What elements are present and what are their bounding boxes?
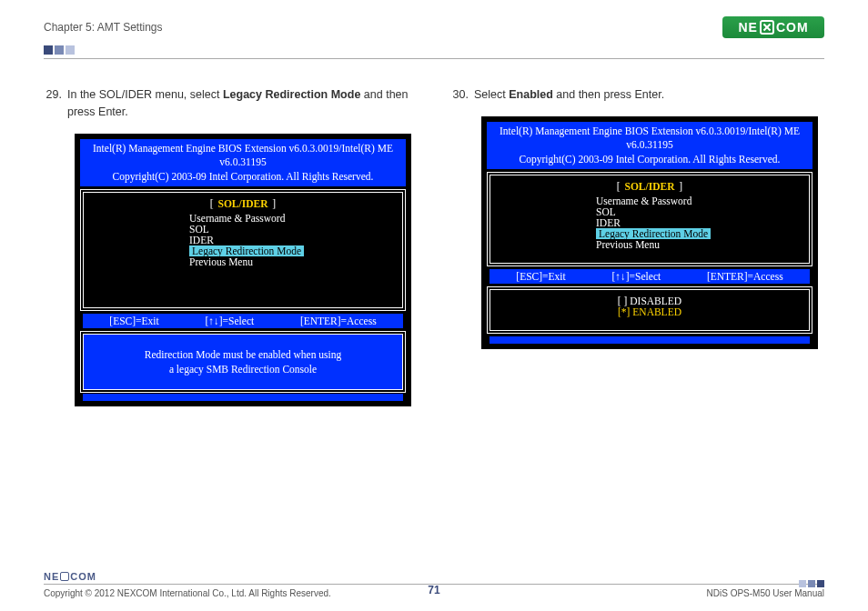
- menu-item-userpass[interactable]: Username & Password: [596, 195, 803, 206]
- bios-message-box: Redirection Mode must be enabled when us…: [83, 334, 403, 390]
- bios-title-1: Intel(R) Management Engine BIOS Extensio…: [490, 125, 809, 153]
- nav-select: [↑↓]=Select: [611, 271, 661, 282]
- menu-item-legacy-highlighted[interactable]: Legacy Redirection Mode: [189, 245, 304, 256]
- step-text-before: In the SOL/IDER menu, select: [67, 88, 223, 101]
- step-number: 30.: [450, 86, 474, 104]
- step-text-after: and then press Enter.: [553, 88, 664, 101]
- step-29: 29. In the SOL/IDER menu, select Legacy …: [44, 86, 418, 121]
- menu-item-sol[interactable]: SOL: [596, 206, 803, 217]
- step-text-bold: Enabled: [509, 88, 553, 101]
- bios-title-1: Intel(R) Management Engine BIOS Extensio…: [84, 142, 402, 170]
- bios-nav-bar: [ESC]=Exit [↑↓]=Select [ENTER]=Access: [83, 314, 403, 328]
- bios-title-2: Copyright(C) 2003-09 Intel Corporation. …: [84, 170, 402, 185]
- section-name: SOL/IDER: [217, 198, 270, 209]
- step-number: 29.: [44, 86, 67, 121]
- bios-header: Intel(R) Management Engine BIOS Extensio…: [487, 122, 812, 170]
- bios-screenshot-30: Intel(R) Management Engine BIOS Extensio…: [481, 116, 818, 350]
- bios-header: Intel(R) Management Engine BIOS Extensio…: [80, 139, 406, 187]
- menu-item-sol[interactable]: SOL: [189, 224, 397, 235]
- logo-text-left: NE: [738, 20, 757, 35]
- nav-select: [↑↓]=Select: [205, 316, 254, 326]
- bios-section-title: [ SOL/IDER ]: [89, 198, 397, 209]
- msg-line-1: Redirection Mode must be enabled when us…: [91, 347, 395, 362]
- bracket-open: [: [210, 198, 214, 209]
- bracket-close: ]: [272, 198, 276, 209]
- bios-body: [ SOL/IDER ] Username & Password SOL IDE…: [490, 175, 810, 264]
- menu-item-legacy-highlighted[interactable]: Legacy Redirection Mode: [596, 228, 711, 239]
- bios-nav-bar: [ESC]=Exit [↑↓]=Select [ENTER]=Access: [490, 269, 810, 284]
- nexcom-logo: NE COM: [722, 16, 824, 38]
- footer-logo-right: COM: [70, 571, 96, 582]
- option-disabled[interactable]: [ ] DISABLED: [496, 295, 803, 306]
- nav-esc: [ESC]=Exit: [516, 271, 565, 282]
- footer-logo-left: NE: [44, 571, 59, 582]
- footer-copyright: Copyright © 2012 NEXCOM International Co…: [44, 588, 331, 598]
- chapter-title: Chapter 5: AMT Settings: [44, 21, 163, 34]
- bracket-close: ]: [679, 181, 682, 192]
- logo-text-right: COM: [776, 20, 809, 35]
- footer-manual-name: NDiS OPS-M50 User Manual: [707, 588, 824, 598]
- decorative-squares: [44, 45, 824, 55]
- bios-title-2: Copyright(C) 2003-09 Intel Corporation. …: [490, 153, 809, 167]
- header-divider: [44, 58, 824, 59]
- bracket-open: [: [617, 181, 621, 192]
- step-text-before: Select: [474, 88, 509, 101]
- nav-enter: [ENTER]=Access: [707, 271, 783, 282]
- bios-section-title: [ SOL/IDER ]: [496, 181, 803, 192]
- footer-logo-x-icon: [60, 572, 69, 581]
- bios-screenshot-29: Intel(R) Management Engine BIOS Extensio…: [75, 134, 411, 407]
- footer-logo: NECOM: [44, 571, 824, 582]
- section-name: SOL/IDER: [623, 181, 677, 192]
- footer-decorative-squares: [799, 580, 824, 587]
- menu-item-ider[interactable]: IDER: [596, 217, 803, 228]
- step-30: 30. Select Enabled and then press Enter.: [450, 86, 824, 104]
- bios-end-bar: [490, 336, 810, 344]
- logo-x-icon: [760, 20, 774, 35]
- page-number: 71: [428, 584, 439, 596]
- menu-item-prev[interactable]: Previous Menu: [596, 239, 803, 250]
- menu-item-ider[interactable]: IDER: [189, 235, 397, 245]
- bios-body: [ SOL/IDER ] Username & Password SOL IDE…: [83, 192, 403, 308]
- nav-enter: [ENTER]=Access: [300, 316, 377, 326]
- bios-end-bar: [83, 394, 403, 401]
- step-text-bold: Legacy Redirection Mode: [223, 88, 360, 101]
- msg-line-2: a legacy SMB Redirection Console: [91, 362, 395, 376]
- bios-options-box: [ ] DISABLED [*] ENABLED: [490, 289, 810, 331]
- menu-item-userpass[interactable]: Username & Password: [189, 213, 397, 224]
- option-enabled-selected[interactable]: [*] ENABLED: [496, 306, 803, 317]
- menu-item-prev[interactable]: Previous Menu: [189, 256, 397, 267]
- nav-esc: [ESC]=Exit: [109, 316, 158, 326]
